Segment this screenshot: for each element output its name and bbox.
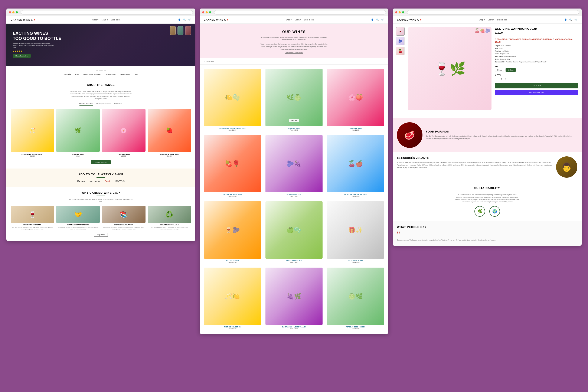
- qty-plus[interactable]: +: [504, 77, 508, 81]
- wines-filter[interactable]: ☰ Show filters: [200, 58, 388, 64]
- wine-name-9: SELECTION BOXES: [327, 260, 384, 262]
- cart-icon[interactable]: 🛒: [188, 18, 191, 21]
- why-btn[interactable]: Why cans?: [94, 233, 108, 237]
- search-icon-2[interactable]: 🔍: [376, 18, 379, 21]
- test-divider: [483, 230, 492, 230]
- nav-build[interactable]: Build a box: [111, 19, 120, 21]
- wine-price-9: From £18.00: [327, 262, 384, 263]
- nav-learn[interactable]: Learn ▾: [102, 19, 108, 21]
- feature-title-1: PERFECTLY PORTIONED: [11, 224, 54, 226]
- wine-img-6: 🍒🍎: [327, 135, 384, 192]
- feature-title-4: INFINITELY RECYCLABLE: [148, 224, 191, 226]
- wine-img-11: 🍇🌿: [266, 268, 323, 325]
- close-dot-3[interactable]: [395, 11, 397, 14]
- close-dot-2[interactable]: [202, 11, 204, 14]
- navbar-2: CANNED WINE C Shop ▾ Learn ▾ Build a box…: [200, 16, 388, 24]
- wine-card-8: 🍏🫧 WHITE SELECTION From £18.00: [263, 199, 325, 266]
- food-pairings-content: 🥩 FOOD PAIRINGS Our Old Vine Garnacha pa…: [397, 122, 577, 148]
- wine-price-1: From £18.00: [204, 129, 261, 131]
- view-collection-btn[interactable]: View full collection: [91, 160, 111, 164]
- feature-desc-4: As a funding partner of Every Can Counts…: [148, 226, 191, 230]
- size-label-info: Size:: [495, 47, 498, 50]
- wine-card-2: 🌿🍈 Quick View GRÜNER 2022 From £18.00: [263, 67, 325, 133]
- url-bar-3[interactable]: [407, 10, 579, 14]
- logo-dot-3: [420, 19, 422, 20]
- grape-label: Grape:: [495, 44, 500, 47]
- wine-img-7: 🍷🫐: [204, 201, 261, 259]
- url-bar-2[interactable]: [214, 10, 386, 14]
- winemaker-photo: 👨: [556, 156, 577, 178]
- product-info: OLD VINE GARNACHA 2020 £18.00 A BEAUTIFU…: [495, 27, 578, 110]
- wine-name-2: GRÜNER 2022: [266, 128, 323, 129]
- url-bar-1[interactable]: [21, 10, 193, 14]
- maximize-dot[interactable]: [16, 11, 18, 14]
- filter-label[interactable]: Show filters: [206, 61, 214, 62]
- our-wines-header: OUR WINES At Canned Wine Co., it's our m…: [200, 24, 388, 58]
- account-icon-2[interactable]: 👤: [371, 18, 374, 21]
- wine-price-2: From £18.00: [266, 129, 323, 131]
- shop-harrods: Harrods: [77, 180, 85, 182]
- minimize-dot-3[interactable]: [398, 11, 401, 14]
- quick-view-btn[interactable]: Quick View: [289, 119, 299, 122]
- fruit-8: 🍏🫧: [266, 201, 323, 259]
- shop-pay-btn[interactable]: Buy with Shop Pay: [495, 90, 578, 95]
- wine-card-7: 🍷🫐 RED SELECTION From £18.00: [202, 199, 263, 266]
- filter-icon: ☰: [204, 60, 205, 62]
- range-divider: [96, 88, 105, 88]
- qty-minus[interactable]: −: [495, 77, 499, 81]
- product-img-1: 🥂: [11, 109, 54, 152]
- wine-price-5: From £18.00: [266, 196, 323, 197]
- product-detail-title: OLD VINE GARNACHA 2020: [495, 27, 578, 30]
- why-title: WHY CANNED WINE CO.?: [11, 191, 191, 194]
- minimize-dot[interactable]: [12, 11, 14, 14]
- qty-value: 1: [501, 78, 502, 80]
- thumb-2[interactable]: 🫐: [396, 37, 404, 46]
- wine-price-7: From £18.00: [204, 262, 261, 263]
- nav-build-3[interactable]: Build a box: [497, 19, 507, 21]
- nav-shop[interactable]: Shop ▾: [92, 19, 99, 21]
- size-3cans[interactable]: 3 Cans: [495, 68, 504, 72]
- can-1: [170, 26, 176, 35]
- nav-shop-3[interactable]: Shop ▾: [479, 19, 485, 21]
- minimize-dot-2[interactable]: [206, 11, 208, 14]
- tab-heritage[interactable]: Heritage Collection: [96, 103, 111, 106]
- nav-build-2[interactable]: Build a box: [304, 19, 314, 21]
- thumb-3[interactable]: 🍒: [396, 47, 404, 55]
- logo-aig: AIG: [135, 74, 138, 76]
- navbar-3: CANNED WINE C Shop ▾ Learn ▾ Build a box…: [393, 16, 582, 24]
- account-icon-3[interactable]: 👤: [564, 18, 567, 21]
- product-img-3: 🌸: [102, 109, 145, 152]
- hero-stars: ★★★★★: [13, 50, 61, 52]
- nav-learn-2[interactable]: Learn ▾: [295, 19, 301, 21]
- food-img: 🥩: [397, 122, 422, 148]
- account-icon[interactable]: 👤: [178, 18, 181, 21]
- maximize-dot-2[interactable]: [209, 11, 211, 14]
- logo-dot: [34, 19, 35, 20]
- cart-icon-3[interactable]: 🛒: [574, 18, 577, 21]
- size-12cans[interactable]: 12 Cans: [506, 68, 516, 72]
- nav-learn-3[interactable]: Learn ▾: [488, 19, 494, 21]
- wine-name-3: VIOGNIER 2022: [327, 128, 384, 129]
- browser-bar-3: [393, 8, 582, 16]
- add-to-cart-btn[interactable]: Add to cart: [495, 83, 578, 88]
- tab-ltd[interactable]: Ltd Edition: [114, 103, 122, 106]
- weekly-divider: [96, 177, 105, 178]
- from-label: From:: [495, 52, 499, 56]
- winemaker-section: EL ESCOCÉS VOLANTE El Escocés Volante is…: [393, 152, 582, 182]
- maximize-dot-3[interactable]: [402, 11, 404, 14]
- hero-subtitle: Canned Wine Co. exists to elevate though…: [13, 42, 56, 49]
- feature-title-2: WINEMAKER PARTNERSHIPS: [56, 224, 100, 226]
- thumb-1[interactable]: 🍷: [396, 27, 404, 36]
- explore-link[interactable]: Explore all our wines below.: [285, 52, 303, 54]
- feature-3: 📚 EXCITING GRAPE VARIETY Discovery of so…: [102, 206, 145, 230]
- shop-all-btn[interactable]: Shop all collections: [13, 54, 31, 58]
- tab-varietal[interactable]: Varietal Collection: [80, 103, 93, 106]
- info-alcohol: Alcohol: 14.5% abv: [495, 50, 578, 52]
- sustainability-section: SUSTAINABILITY At Canned Wine Co., we ar…: [393, 182, 582, 221]
- cart-icon-2[interactable]: 🛒: [381, 18, 384, 21]
- close-dot[interactable]: [9, 11, 11, 14]
- product-price-2: £18.00: [56, 155, 100, 157]
- search-icon[interactable]: 🔍: [183, 18, 186, 21]
- search-icon-3[interactable]: 🔍: [569, 18, 572, 21]
- nav-shop-2[interactable]: Shop ▾: [286, 19, 292, 21]
